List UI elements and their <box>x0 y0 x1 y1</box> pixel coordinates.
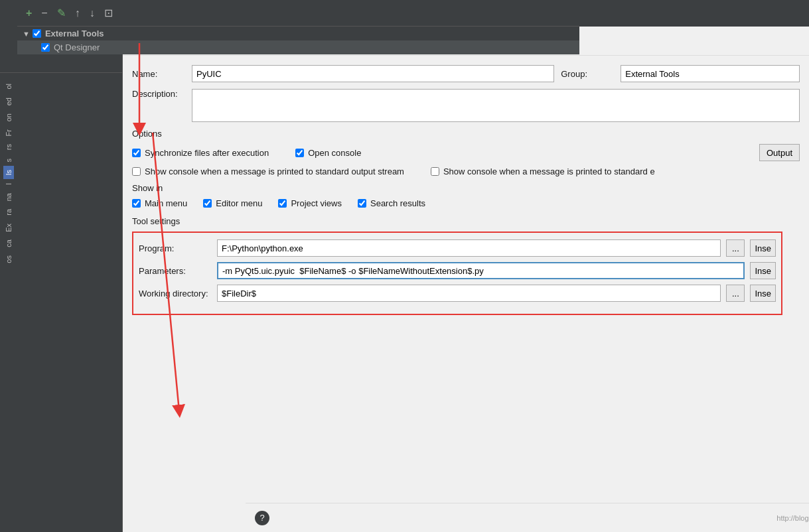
tree-expand-arrow: ▼ <box>23 30 30 38</box>
tree-child-qt-designer[interactable]: Qt Designer <box>17 40 579 54</box>
qt-designer-label: Qt Designer <box>54 42 100 52</box>
search-results-option: Search results <box>358 198 425 208</box>
show-console2-option: Show console when a message is printed t… <box>431 166 655 176</box>
program-row: Program: ... Inse <box>139 239 776 257</box>
tool-settings-title: Tool settings <box>132 216 800 226</box>
workdir-dots-button[interactable]: ... <box>726 285 745 302</box>
qt-designer-checkbox[interactable] <box>41 43 50 52</box>
editor-menu-option: Editor menu <box>203 198 262 208</box>
options-title: Options <box>132 129 800 139</box>
tree-group-external-tools[interactable]: ▼ External Tools <box>17 27 579 40</box>
open-console-option: Open console <box>295 148 361 158</box>
parameters-insert-button[interactable]: Inse <box>750 262 776 279</box>
parameters-label: Parameters: <box>139 266 212 276</box>
project-views-label: Project views <box>291 198 342 208</box>
output-button[interactable]: Output <box>759 144 800 161</box>
show-in-title: Show in <box>132 183 800 193</box>
option-row-2: Show console when a message is printed t… <box>132 166 800 176</box>
main-menu-option: Main menu <box>132 198 187 208</box>
project-views-option: Project views <box>278 198 342 208</box>
name-group-row: Name: Group: <box>132 65 800 82</box>
search-results-label: Search results <box>370 198 425 208</box>
sidebar-vert-ex[interactable]: Ex <box>3 220 14 236</box>
options-section: Options Synchronize files after executio… <box>132 129 800 176</box>
workdir-insert-button[interactable]: Inse <box>750 285 776 302</box>
program-insert-button[interactable]: Inse <box>750 239 776 257</box>
workdir-input[interactable] <box>217 285 721 302</box>
group-label: Group: <box>561 69 614 79</box>
show-console2-label: Show console when a message is printed t… <box>443 166 655 176</box>
parameters-row: Parameters: Inse <box>139 262 776 279</box>
editor-menu-label: Editor menu <box>216 198 262 208</box>
description-label: Description: <box>132 89 185 99</box>
down-button[interactable]: ↓ <box>86 5 98 21</box>
tree-toolbar: + − ✎ ↑ ↓ ⊡ <box>17 0 579 27</box>
tree-content: ▼ External Tools Qt Designer <box>17 27 579 54</box>
sidebar-vert-na[interactable]: na <box>3 189 14 205</box>
copy-button[interactable]: ⊡ <box>101 5 116 21</box>
parameters-input[interactable] <box>217 262 745 279</box>
open-console-checkbox[interactable] <box>295 149 304 157</box>
sidebar-vert-ls[interactable]: ls <box>3 166 14 179</box>
show-in-section: Show in Main menu Editor menu Project vi… <box>132 183 800 208</box>
tool-settings-box: Program: ... Inse Parameters: Inse Worki… <box>132 232 782 315</box>
help-button[interactable]: ? <box>255 511 269 525</box>
up-button[interactable]: ↑ <box>72 5 84 21</box>
sync-option: Synchronize files after execution <box>132 148 269 158</box>
sidebar-vert-fr[interactable]: Fr <box>3 125 14 140</box>
open-console-label: Open console <box>308 148 361 158</box>
external-tools-checkbox[interactable] <box>33 29 41 38</box>
sidebar-vert-ra[interactable]: ra <box>3 205 14 220</box>
workdir-label: Working directory: <box>139 289 212 299</box>
search-results-checkbox[interactable] <box>358 199 366 208</box>
program-dots-button[interactable]: ... <box>726 239 745 257</box>
tool-settings-section: Tool settings Program: ... Inse Paramete… <box>132 216 800 315</box>
sidebar-vert-on[interactable]: on <box>3 109 14 125</box>
program-input[interactable] <box>217 239 721 257</box>
sidebar-vert-l[interactable]: l <box>3 179 14 188</box>
main-form: ⚙ Create Tool Name: Group: Description: … <box>123 27 809 532</box>
sync-checkbox[interactable] <box>132 149 141 157</box>
watermark-text: http://blog.csdn.net/luan_zhang <box>776 514 809 522</box>
workdir-row: Working directory: ... Inse <box>139 285 776 302</box>
sidebar-vert-ca[interactable]: ca <box>3 235 14 251</box>
option-row-1: Synchronize files after execution Open c… <box>132 144 800 161</box>
editor-menu-checkbox[interactable] <box>203 199 212 208</box>
form-body: Name: Group: Description: Options Synchr… <box>123 56 809 324</box>
bottom-bar: ? http://blog.csdn.net/luan_zhang OK <box>246 503 809 532</box>
sidebar-vert-os[interactable]: os <box>3 251 14 267</box>
sidebar <box>0 0 123 532</box>
name-label: Name: <box>132 69 185 79</box>
sidebar-items <box>0 73 122 78</box>
program-label: Program: <box>139 243 212 253</box>
name-input[interactable] <box>192 65 554 82</box>
sidebar-vert-rs[interactable]: rs <box>3 140 14 154</box>
bottom-right: http://blog.csdn.net/luan_zhang OK <box>776 509 809 527</box>
show-console-option: Show console when a message is printed t… <box>132 166 404 176</box>
project-views-checkbox[interactable] <box>278 199 287 208</box>
edit-button[interactable]: ✎ <box>54 5 69 21</box>
main-menu-label: Main menu <box>145 198 187 208</box>
sidebar-vert-ol[interactable]: ol <box>3 80 14 94</box>
main-menu-checkbox[interactable] <box>132 199 141 208</box>
tree-panel: + − ✎ ↑ ↓ ⊡ ▼ External Tools Qt Designer <box>17 0 579 54</box>
description-row: Description: <box>132 89 800 122</box>
sidebar-vert-ed[interactable]: ed <box>3 94 14 109</box>
remove-button[interactable]: − <box>38 5 50 21</box>
add-button[interactable]: + <box>23 5 35 21</box>
show-console-label: Show console when a message is printed t… <box>145 166 404 176</box>
show-console-checkbox[interactable] <box>132 167 141 176</box>
show-console2-checkbox[interactable] <box>431 167 439 176</box>
sidebar-vert-s[interactable]: s <box>3 155 14 166</box>
sidebar-left-labels: ol ed on Fr rs s ls l na ra Ex ca os <box>0 80 17 532</box>
external-tools-label: External Tools <box>45 29 104 38</box>
group-input[interactable] <box>621 65 800 82</box>
show-in-row: Main menu Editor menu Project views Sear… <box>132 198 800 208</box>
sync-label: Synchronize files after execution <box>145 148 269 158</box>
description-input[interactable] <box>192 89 800 122</box>
